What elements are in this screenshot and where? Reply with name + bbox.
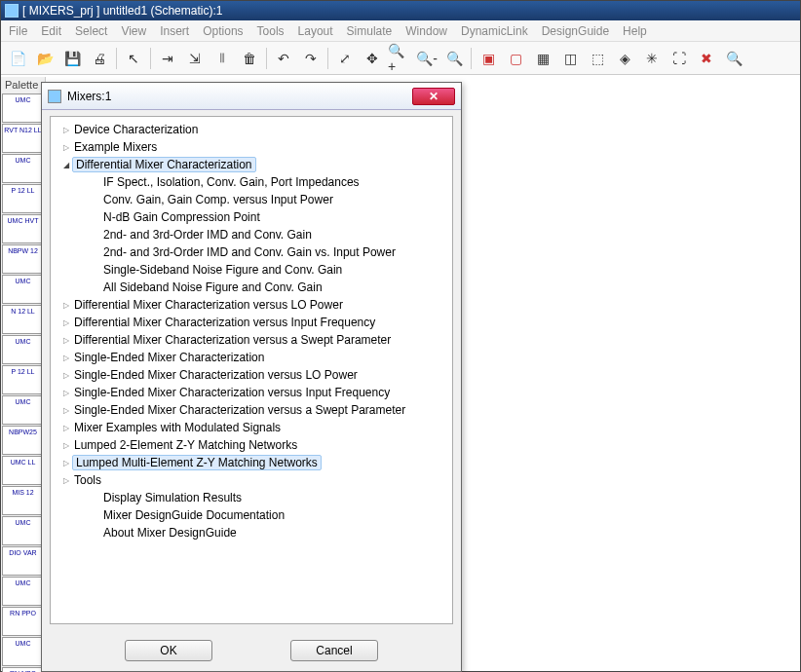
comp6-icon[interactable]: ⛶ [667,46,692,71]
palette-cell[interactable]: DIO VAR [2,546,44,576]
tree-row[interactable]: Example Mixers [53,138,450,156]
menu-view[interactable]: View [121,24,146,38]
comp3-icon[interactable]: ⬚ [585,46,610,71]
menu-file[interactable]: File [9,24,27,38]
cancel-button[interactable]: Cancel [290,640,378,661]
menu-tools[interactable]: Tools [257,24,285,38]
palette-cell[interactable]: RN PPO [2,607,44,636]
tree-row[interactable]: Single-Ended Mixer Characterization vers… [53,384,450,401]
comp1-icon[interactable]: ▦ [530,46,555,71]
move-icon[interactable]: ✥ [360,46,385,71]
menu-help[interactable]: Help [623,24,647,38]
palette-cell[interactable]: P 12 LL [2,184,44,213]
chevron-right-icon[interactable] [60,353,72,362]
chevron-right-icon[interactable] [60,317,72,327]
palette-cell[interactable]: NBPW25 [2,426,44,455]
tree-row[interactable]: N-dB Gain Compression Point [53,208,450,226]
palette-cell[interactable]: UMC [2,395,44,425]
tree-row[interactable]: Single-Ended Mixer Characterization vers… [53,366,450,384]
tree-row[interactable]: Single-Ended Mixer Characterization vers… [53,401,450,419]
palette-cell[interactable]: N 12 LL [2,305,44,334]
menu-dynamiclink[interactable]: DynamicLink [461,24,528,38]
print-icon[interactable]: 🖨 [87,46,112,71]
menu-window[interactable]: Window [405,24,447,38]
chevron-right-icon[interactable] [60,335,72,345]
dialog-titlebar[interactable]: Mixers:1 ✕ [42,83,461,110]
tree-row[interactable]: Differential Mixer Characterization vers… [53,296,450,314]
zoom-out-icon[interactable]: 🔍- [414,46,439,71]
net-icon[interactable]: ▢ [503,46,528,71]
delete-icon[interactable]: 🗑 [237,46,262,71]
tree-row[interactable]: Lumped Multi-Element Z-Y Matching Networ… [53,454,450,471]
close-icon[interactable]: ✕ [412,88,455,105]
tree-row[interactable]: Mixer DesignGuide Documentation [53,506,450,524]
tree-row[interactable]: Tools [53,471,450,489]
chevron-right-icon[interactable] [60,475,72,485]
chevron-right-icon[interactable] [60,125,72,134]
palette-cell[interactable]: UMC [2,275,44,304]
palette-cell[interactable]: UMC [2,516,44,545]
palette-cell[interactable]: UMC [2,335,44,364]
save-icon[interactable]: 💾 [59,46,85,71]
palette-cell[interactable]: RVT N12 LL [2,124,44,153]
menu-simulate[interactable]: Simulate [347,24,393,38]
tree-row[interactable]: Device Characterization [53,121,450,138]
menu-options[interactable]: Options [203,24,243,38]
tree-row[interactable]: IF Spect., Isolation, Conv. Gain, Port I… [53,173,450,191]
comp8-icon[interactable]: 🔍 [721,46,746,71]
zoom-sel-icon[interactable]: 🔍 [441,46,467,71]
tree-row[interactable]: All Sideband Noise Figure and Conv. Gain [53,279,450,296]
redo-icon[interactable]: ↷ [298,46,324,71]
distribute-icon[interactable]: ⫴ [210,46,235,71]
palette-cell[interactable]: UMC [2,637,44,666]
align-v-icon[interactable]: ⇲ [182,46,208,71]
chevron-right-icon[interactable] [60,300,72,310]
tree-row[interactable]: Differential Mixer Characterization [53,156,450,173]
comp2-icon[interactable]: ◫ [557,46,583,71]
chevron-right-icon[interactable] [60,423,72,432]
tree-row[interactable]: Display Simulation Results [53,489,450,506]
palette-cell[interactable]: RN NPO [2,667,44,672]
tree-row[interactable]: 2nd- and 3rd-Order IMD and Conv. Gain vs… [53,243,450,261]
zoom-in-icon[interactable]: 🔍+ [387,46,412,71]
chevron-right-icon[interactable] [60,405,72,415]
menu-designguide[interactable]: DesignGuide [542,24,609,38]
chevron-right-icon[interactable] [60,458,72,467]
palette-cell[interactable]: UMC LL [2,456,44,485]
tree-row[interactable]: About Mixer DesignGuide [53,524,450,541]
palette-cell[interactable]: UMC [2,154,44,183]
tree-row[interactable]: Single-Sideband Noise Figure and Conv. G… [53,261,450,279]
tree-row[interactable]: Lumped 2-Element Z-Y Matching Networks [53,436,450,454]
chevron-right-icon[interactable] [60,142,72,152]
cursor-icon[interactable]: ↖ [121,46,146,71]
open-icon[interactable]: 📂 [32,46,57,71]
tree-row[interactable]: Single-Ended Mixer Characterization [53,349,450,366]
chevron-down-icon[interactable] [60,160,72,169]
comp4-icon[interactable]: ◈ [612,46,637,71]
tree[interactable]: Device CharacterizationExample MixersDif… [53,121,450,541]
tree-row[interactable]: Differential Mixer Characterization vers… [53,314,450,331]
comp7-icon[interactable]: ✖ [694,46,719,71]
main-titlebar[interactable]: [ MIXERS_prj ] untitled1 (Schematic):1 [1,1,800,20]
ok-button[interactable]: OK [125,640,212,661]
palette-cell[interactable]: UMC HVT [2,214,44,243]
menu-select[interactable]: Select [75,24,107,38]
palette-cell[interactable]: UMC [2,93,44,123]
new-icon[interactable]: 📄 [5,46,30,71]
comp5-icon[interactable]: ✳ [639,46,665,71]
tree-row[interactable]: 2nd- and 3rd-Order IMD and Conv. Gain [53,226,450,243]
undo-icon[interactable]: ↶ [271,46,296,71]
palette-cell[interactable]: NBPW 12 [2,244,44,274]
chevron-right-icon[interactable] [60,370,72,380]
menu-edit[interactable]: Edit [41,24,61,38]
chevron-right-icon[interactable] [60,440,72,450]
palette-cell[interactable]: UMC [2,577,44,606]
menu-layout[interactable]: Layout [298,24,333,38]
chevron-right-icon[interactable] [60,388,72,397]
tree-row[interactable]: Mixer Examples with Modulated Signals [53,419,450,436]
tree-row[interactable]: Differential Mixer Characterization vers… [53,331,450,349]
zoom-fit-icon[interactable]: ⤢ [332,46,358,71]
menu-insert[interactable]: Insert [160,24,189,38]
tree-row[interactable]: Conv. Gain, Gain Comp. versus Input Powe… [53,191,450,208]
palette-cell[interactable]: MIS 12 [2,486,44,515]
